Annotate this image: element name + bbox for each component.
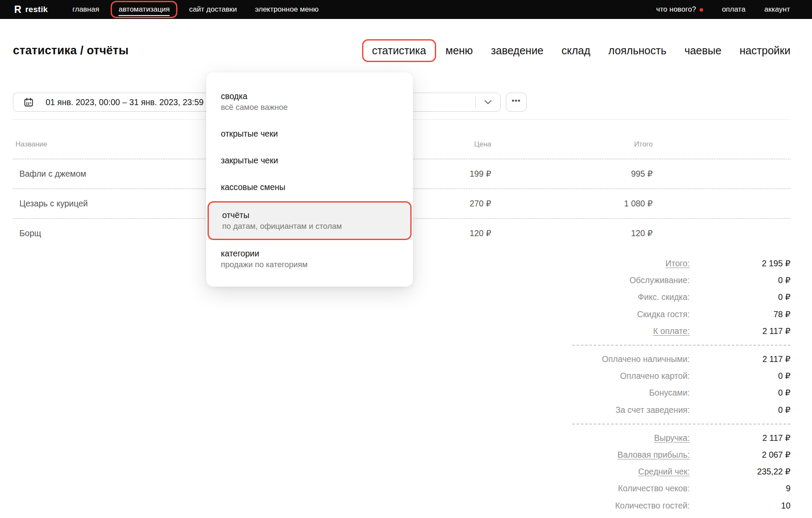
- calendar-icon: [24, 97, 34, 107]
- summary-row: Оплачено наличными:2 117 ₽: [470, 351, 790, 368]
- menu-item-subtitle: продажи по категориям: [221, 259, 398, 270]
- breadcrumb: статистика / отчёты: [13, 44, 129, 57]
- summary-label-guest-count: Количество гостей:: [615, 501, 690, 511]
- menu-item-cash-shifts[interactable]: кассовые смены: [221, 181, 398, 193]
- main-nav: главная автоматизация сайт доставки элек…: [72, 5, 319, 14]
- summary-row: Средний чек:235,22 ₽: [470, 463, 790, 480]
- menu-item-summary[interactable]: сводка всё самое важное: [221, 90, 398, 113]
- nav-item-payment[interactable]: оплата: [722, 5, 746, 14]
- summary-value: 0 ₽: [690, 388, 790, 398]
- date-range-value: 01 янв. 2023, 00:00 – 31 янв. 2023, 23:5…: [46, 97, 204, 107]
- summary-value: 9: [690, 484, 790, 493]
- summary-row: За счет заведения:0 ₽: [470, 402, 790, 418]
- restik-logo-icon: R: [14, 5, 22, 15]
- summary-row: Скидка гостя:78 ₽: [470, 306, 790, 323]
- section-tab-tips[interactable]: чаевые: [685, 44, 722, 57]
- summary-label-to-pay[interactable]: К оплате:: [653, 326, 690, 336]
- dish-total: 120 ₽: [491, 228, 653, 238]
- section-tab-stock[interactable]: склад: [561, 44, 590, 57]
- nav-item-emenu[interactable]: электронное меню: [255, 5, 319, 14]
- dish-price: 120 ₽: [405, 228, 491, 238]
- menu-item-reports-highlighted[interactable]: отчёты по датам, официантам и столам: [208, 201, 412, 240]
- navbar-right: что нового? оплата аккаунт: [656, 5, 790, 14]
- section-tab-venue[interactable]: заведение: [491, 44, 543, 57]
- summary-row: К оплате:2 117 ₽: [470, 323, 790, 340]
- summary-value: 10: [690, 501, 790, 511]
- summary-label-gross-profit[interactable]: Валовая прибыль:: [617, 450, 690, 460]
- nav-item-account[interactable]: аккаунт: [764, 5, 790, 14]
- summary-value: 78 ₽: [690, 309, 790, 319]
- nav-item-automation[interactable]: автоматизация: [118, 5, 170, 16]
- notification-dot-icon: [700, 8, 703, 12]
- page-head: статистика / отчёты статистика меню заве…: [13, 36, 790, 65]
- dish-price: 270 ₽: [405, 199, 491, 209]
- restik-logo-text: restik: [25, 5, 48, 14]
- summary-row: Фикс. скидка:0 ₽: [470, 289, 790, 306]
- summary-value: 2 117 ₽: [690, 354, 790, 364]
- summary-value: 0 ₽: [690, 292, 790, 302]
- section-tab-loyalty[interactable]: лояльность: [608, 44, 666, 57]
- summary-label-average-check[interactable]: Средний чек:: [638, 467, 690, 477]
- top-navbar: R restik главная автоматизация сайт дост…: [0, 0, 812, 19]
- summary-row: Выручка:2 117 ₽: [470, 430, 790, 446]
- chevron-down-icon: [484, 100, 492, 105]
- col-header-price: Цена: [405, 140, 491, 148]
- summary-label-fixed-discount: Фикс. скидка:: [638, 292, 690, 302]
- ellipsis-icon: •••: [512, 97, 521, 105]
- summary-row: Количество чеков:9: [470, 480, 790, 497]
- nav-item-whats-new[interactable]: что нового?: [656, 5, 703, 14]
- menu-item-closed-checks[interactable]: закрытые чеки: [221, 155, 398, 166]
- page: R restik главная автоматизация сайт дост…: [0, 0, 812, 518]
- summary-row: Валовая прибыль:2 067 ₽: [470, 446, 790, 463]
- summary-label-revenue[interactable]: Выручка:: [654, 433, 690, 443]
- summary-row: Бонусами:0 ₽: [470, 384, 790, 401]
- summary-label-bonuses: Бонусами:: [649, 388, 690, 398]
- summary-label-guest-discount: Скидка гостя:: [637, 309, 690, 319]
- section-nav: статистика меню заведение склад лояльнос…: [371, 44, 790, 57]
- summary-divider: [572, 424, 790, 424]
- col-header-total: Итого: [491, 140, 653, 148]
- summary-label-paid-cash: Оплачено наличными:: [602, 354, 690, 364]
- section-tab-statistics-highlight[interactable]: статистика: [362, 39, 436, 62]
- summary-value: 2 067 ₽: [690, 450, 790, 460]
- summary-divider: [572, 345, 790, 346]
- summary-value: 0 ₽: [690, 371, 790, 381]
- summary-value: 2 117 ₽: [690, 433, 790, 443]
- menu-item-subtitle: всё самое важное: [221, 102, 398, 113]
- restik-logo[interactable]: R restik: [14, 5, 48, 15]
- menu-item-title: категории: [221, 248, 398, 259]
- summary-value: 0 ₽: [690, 405, 790, 415]
- menu-item-title: отчёты: [222, 209, 397, 221]
- summary-value: 2 117 ₽: [690, 326, 790, 336]
- more-options-button[interactable]: •••: [506, 93, 527, 112]
- statistics-dropdown-menu: сводка всё самое важное открытые чеки за…: [206, 72, 413, 287]
- section-tab-statistics[interactable]: статистика: [372, 44, 426, 56]
- nav-item-automation-highlight[interactable]: автоматизация: [111, 1, 177, 18]
- menu-item-title: кассовые смены: [221, 181, 398, 193]
- summary-label-service: Обслуживание:: [629, 275, 690, 285]
- menu-item-title: закрытые чеки: [221, 155, 398, 166]
- totals-summary: Итого:2 195 ₽ Обслуживание:0 ₽ Фикс. ски…: [470, 255, 790, 514]
- summary-value: 0 ₽: [690, 275, 790, 285]
- nav-item-delivery-site[interactable]: сайт доставки: [189, 5, 237, 14]
- summary-label-total[interactable]: Итого:: [665, 259, 690, 268]
- nav-item-main[interactable]: главная: [72, 5, 99, 14]
- date-picker-expand[interactable]: [475, 97, 500, 108]
- summary-label-paid-card: Оплачено картой:: [620, 371, 690, 381]
- menu-item-open-checks[interactable]: открытые чеки: [221, 128, 398, 139]
- menu-item-subtitle: по датам, официантам и столам: [222, 221, 397, 232]
- section-tab-settings[interactable]: настройки: [740, 44, 790, 57]
- section-tab-menu[interactable]: меню: [446, 44, 473, 57]
- summary-label-check-count: Количество чеков:: [618, 484, 690, 493]
- menu-item-title: сводка: [221, 90, 398, 102]
- summary-row: Количество гостей:10: [470, 497, 790, 514]
- dish-total: 995 ₽: [491, 169, 653, 179]
- menu-item-categories[interactable]: категории продажи по категориям: [221, 248, 398, 270]
- summary-label-on-the-house: За счет заведения:: [616, 405, 690, 415]
- dish-price: 199 ₽: [405, 169, 491, 179]
- summary-row: Оплачено картой:0 ₽: [470, 368, 790, 384]
- menu-item-title: открытые чеки: [221, 128, 398, 139]
- summary-value: 2 195 ₽: [690, 259, 790, 268]
- whats-new-label: что нового?: [656, 5, 696, 13]
- summary-row: Итого:2 195 ₽: [470, 255, 790, 272]
